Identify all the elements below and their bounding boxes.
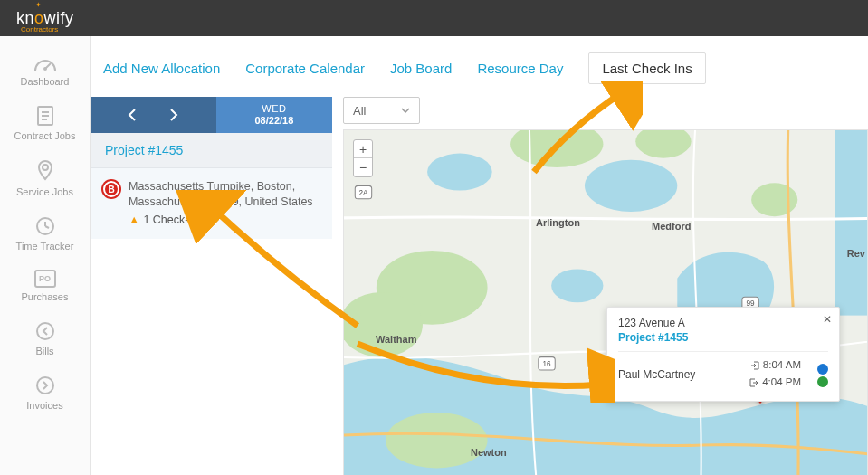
project-pin-badge: B (103, 181, 119, 197)
checkin-popup: ✕ 123 Avenue A Project #1455 Paul McCart… (606, 307, 840, 402)
status-dot-green (817, 376, 828, 387)
svg-line-9 (45, 226, 49, 228)
map-label-arlington: Arlington (536, 217, 580, 228)
sidebar-label: Bills (0, 346, 90, 356)
popup-close-icon[interactable]: ✕ (823, 313, 832, 326)
tab-job-board[interactable]: Job Board (390, 61, 452, 76)
sidebar-item-service-jobs[interactable]: Service Jobs (0, 152, 90, 206)
warning-icon: ▲ (129, 214, 139, 226)
sidebar-item-purchases[interactable]: PO Purchases (0, 262, 90, 311)
status-dot-blue (817, 364, 828, 375)
date-navigator: WED 08/22/18 (91, 97, 332, 133)
document-icon (35, 105, 55, 127)
map-zoom-control: + − (353, 139, 373, 177)
project-header[interactable]: Project #1455 (91, 133, 332, 168)
top-bar: knowify Contractors (0, 0, 868, 36)
arrow-left-circle-icon (34, 320, 56, 342)
map-label-newton: Newton (471, 447, 507, 458)
svg-point-14 (585, 160, 677, 212)
tab-last-check-ins[interactable]: Last Check Ins (588, 52, 705, 84)
project-card[interactable]: B Massachusetts Turnpike, Boston, Massac… (91, 168, 332, 239)
date-value: 08/22/18 (255, 115, 294, 127)
sidebar-item-contract-jobs[interactable]: Contract Jobs (0, 98, 90, 150)
map-label-waltham: Waltham (376, 334, 416, 345)
zoom-in-button[interactable]: + (354, 140, 372, 158)
popup-time-in: 8:04 AM (763, 357, 801, 373)
sidebar-item-bills[interactable]: Bills (0, 313, 90, 366)
sidebar-label: Service Jobs (0, 186, 90, 197)
svg-point-6 (43, 165, 48, 170)
tab-corporate-calendar[interactable]: Corporate Calendar (245, 61, 365, 76)
chevron-right-icon[interactable] (169, 109, 178, 121)
svg-point-11 (37, 377, 53, 394)
chevron-down-icon (401, 108, 410, 113)
sidebar-label: Purchases (0, 291, 90, 302)
current-date-display[interactable]: WED 08/22/18 (216, 97, 332, 133)
map-container[interactable]: 16 99 2A Arlington Medford Waltham Newto… (343, 129, 868, 475)
chevron-left-icon[interactable] (128, 109, 137, 121)
sidebar-item-time-tracker[interactable]: Time Tracker (0, 208, 90, 261)
arrow-right-circle-icon (34, 375, 56, 396)
logout-icon (749, 378, 758, 387)
svg-text:2A: 2A (358, 189, 368, 197)
svg-point-10 (37, 323, 53, 339)
left-sidebar: Dashboard Contract Jobs Service Jobs Tim… (0, 36, 91, 475)
svg-point-21 (386, 413, 488, 468)
svg-line-1 (45, 63, 51, 69)
filter-select[interactable]: All (343, 97, 420, 124)
svg-rect-16 (835, 130, 867, 316)
sidebar-label: Time Tracker (0, 241, 90, 252)
map-canvas[interactable]: 16 99 2A (344, 130, 867, 475)
pin-icon (35, 159, 55, 183)
day-of-week: WED (262, 103, 286, 115)
clock-icon (34, 215, 56, 237)
sidebar-label: Contract Jobs (0, 130, 90, 141)
sidebar-item-invoices[interactable]: Invoices (0, 367, 90, 420)
svg-text:16: 16 (542, 360, 551, 368)
gauge-icon (33, 54, 57, 72)
popup-time-out: 4:04 PM (762, 375, 801, 390)
map-label-medford: Medford (652, 221, 691, 232)
sidebar-item-dashboard[interactable]: Dashboard (0, 47, 90, 96)
sidebar-label: Invoices (0, 400, 90, 411)
popup-address: 123 Avenue A (618, 317, 828, 329)
svg-point-13 (427, 154, 492, 191)
secondary-tabs: Add New Allocation Corporate Calendar Jo… (91, 36, 868, 97)
filter-value: All (353, 104, 366, 118)
svg-point-22 (751, 183, 797, 216)
project-address: Massachusetts Turnpike, Boston, Massachu… (129, 179, 320, 210)
popup-person: Paul McCartney (618, 368, 695, 381)
sidebar-label: Dashboard (0, 76, 90, 87)
svg-point-15 (551, 269, 603, 302)
login-icon (750, 361, 759, 370)
checkin-count: 1 Check-in (143, 214, 197, 226)
tab-add-allocation[interactable]: Add New Allocation (103, 61, 220, 76)
map-label-rev: Rev (847, 248, 865, 259)
tab-resource-day[interactable]: Resource Day (477, 61, 563, 76)
popup-project-link[interactable]: Project #1455 (618, 331, 828, 344)
project-title-link[interactable]: Project #1455 (105, 143, 183, 157)
logo-subtext: Contractors (21, 25, 58, 33)
po-icon: PO (34, 270, 56, 288)
zoom-out-button[interactable]: − (354, 158, 372, 176)
